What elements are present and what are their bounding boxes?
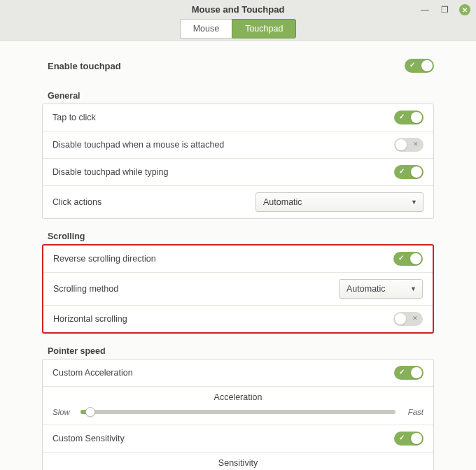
content-area: Enable touchpad General Tap to click Dis…: [0, 41, 476, 470]
tab-mouse[interactable]: Mouse: [180, 19, 232, 38]
row-custom-sens: Custom Sensitivity: [43, 425, 433, 453]
enable-touchpad-label: Enable touchpad: [48, 61, 121, 71]
group-scrolling: Reverse scrolling direction Scrolling me…: [42, 244, 434, 334]
window-header: Mouse and Touchpad — ❐ ✕ Mouse Touchpad: [0, 0, 476, 41]
reverse-scrolling-toggle[interactable]: [393, 252, 423, 266]
tab-switcher: Mouse Touchpad: [0, 19, 476, 38]
window-controls: — ❐ ✕: [420, 4, 470, 15]
row-custom-accel: Custom Acceleration: [43, 359, 433, 387]
row-sens-slider: Sensitivity Low High: [43, 453, 433, 470]
accel-slider[interactable]: [80, 410, 396, 414]
close-icon[interactable]: ✕: [459, 4, 470, 15]
disable-typing-label: Disable touchpad while typing: [52, 167, 168, 177]
click-actions-select[interactable]: Automatic ▼: [255, 192, 424, 212]
enable-touchpad-row: Enable touchpad: [42, 53, 434, 87]
enable-touchpad-toggle[interactable]: [405, 59, 434, 73]
click-actions-value: Automatic: [263, 197, 302, 207]
chevron-down-icon: ▼: [411, 199, 417, 206]
reverse-scrolling-label: Reverse scrolling direction: [53, 254, 156, 264]
scrolling-method-select[interactable]: Automatic ▼: [339, 279, 423, 299]
scrolling-method-label: Scrolling method: [53, 284, 118, 294]
tap-to-click-toggle[interactable]: [394, 111, 424, 124]
custom-accel-toggle[interactable]: [394, 366, 424, 380]
group-pointer: Custom Acceleration Acceleration Slow Fa…: [42, 359, 434, 470]
row-horizontal-scrolling: Horizontal scrolling: [43, 306, 433, 332]
accel-high-label: Fast: [401, 408, 424, 416]
section-title-scrolling: Scrolling: [48, 232, 434, 241]
maximize-icon[interactable]: ❐: [440, 5, 449, 15]
row-reverse-scrolling: Reverse scrolling direction: [43, 245, 433, 273]
minimize-icon[interactable]: —: [420, 5, 430, 15]
window-title: Mouse and Touchpad: [0, 0, 476, 15]
row-accel-slider: Acceleration Slow Fast: [43, 387, 433, 425]
row-disable-mouse: Disable touchpad when a mouse is attache…: [43, 131, 433, 159]
custom-accel-label: Custom Acceleration: [52, 368, 133, 378]
horizontal-scrolling-toggle[interactable]: [393, 312, 423, 326]
row-click-actions: Click actions Automatic ▼: [43, 186, 433, 218]
custom-sens-toggle[interactable]: [394, 432, 424, 446]
disable-typing-toggle[interactable]: [394, 165, 424, 179]
section-title-pointer: Pointer speed: [48, 346, 434, 356]
group-general: Tap to click Disable touchpad when a mou…: [42, 104, 434, 219]
horizontal-scrolling-label: Horizontal scrolling: [53, 314, 127, 324]
row-disable-typing: Disable touchpad while typing: [43, 159, 433, 186]
chevron-down-icon: ▼: [410, 285, 416, 292]
tap-to-click-label: Tap to click: [52, 113, 96, 122]
row-scrolling-method: Scrolling method Automatic ▼: [43, 273, 433, 306]
row-tap-to-click: Tap to click: [43, 104, 433, 131]
disable-mouse-toggle[interactable]: [394, 138, 424, 152]
accel-slider-title: Acceleration: [52, 392, 424, 402]
click-actions-label: Click actions: [52, 197, 102, 207]
section-title-general: General: [48, 91, 434, 101]
custom-sens-label: Custom Sensitivity: [52, 434, 125, 443]
tab-touchpad[interactable]: Touchpad: [232, 19, 296, 38]
accel-low-label: Slow: [52, 408, 75, 416]
scrolling-method-value: Automatic: [346, 284, 386, 294]
sens-slider-title: Sensitivity: [52, 458, 424, 468]
disable-mouse-label: Disable touchpad when a mouse is attache…: [52, 140, 224, 150]
